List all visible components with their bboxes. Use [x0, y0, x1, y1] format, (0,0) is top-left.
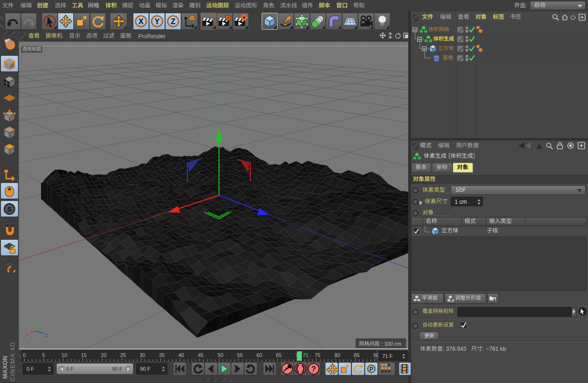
svg-text:Y: Y — [34, 313, 37, 318]
svg-text:?: ? — [311, 365, 316, 373]
svg-text:X: X — [139, 17, 144, 26]
svg-text:Z: Z — [171, 17, 176, 26]
svg-text:50: 50 — [218, 352, 223, 358]
svg-text:40: 40 — [178, 352, 184, 358]
svg-text:60: 60 — [256, 352, 262, 358]
svg-text:65: 65 — [276, 352, 281, 358]
svg-text:Z: Z — [45, 333, 48, 338]
svg-text:P: P — [369, 366, 373, 373]
svg-text:55: 55 — [237, 352, 243, 358]
svg-text:71: 71 — [303, 352, 308, 358]
svg-text:10: 10 — [61, 352, 67, 358]
svg-text:45: 45 — [198, 352, 203, 358]
svg-text:30: 30 — [140, 352, 145, 358]
svg-text:20: 20 — [101, 352, 106, 358]
svg-text:25: 25 — [120, 352, 126, 358]
svg-text:85: 85 — [354, 352, 360, 358]
svg-text:0: 0 — [23, 352, 26, 358]
svg-text:Y: Y — [155, 17, 160, 26]
svg-text:75: 75 — [315, 352, 320, 358]
svg-text:15: 15 — [81, 352, 87, 358]
svg-text:S: S — [7, 205, 12, 213]
svg-text:X: X — [26, 332, 29, 337]
svg-text:5: 5 — [42, 352, 45, 358]
svg-text:35: 35 — [159, 352, 165, 358]
svg-text:80: 80 — [334, 352, 340, 358]
